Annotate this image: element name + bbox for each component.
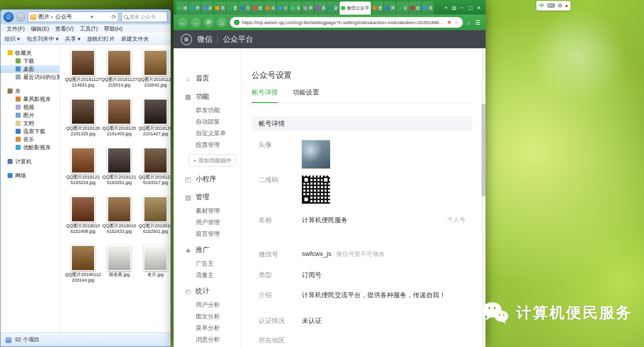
browser-tab[interactable]: 视频 (422, 2, 434, 15)
mp-nav-item[interactable]: 用户管理 (174, 217, 241, 228)
file-item[interactable]: QQ图片20190106152501.jpg (137, 196, 171, 245)
sidebar-tree-item[interactable]: 下载 (1, 57, 59, 65)
mp-nav-item[interactable]: ◰ 小程序 (174, 171, 241, 187)
browser-forward-button[interactable]: → (191, 18, 201, 28)
mp-nav-item[interactable]: 菜单分析 (174, 322, 241, 334)
sidebar-tree-item[interactable]: 计算机 (1, 157, 59, 165)
minimize-button[interactable]: ─ (460, 6, 464, 11)
file-item[interactable]: QQ图片20190106152433.jpg (101, 196, 137, 245)
mp-nav-item[interactable]: 素材管理 (174, 205, 241, 217)
browser-tab[interactable]: 图片 (371, 2, 383, 15)
address-dropdown-icon[interactable]: ▾ (91, 14, 94, 20)
menu-item[interactable]: 编辑(E) (28, 25, 52, 33)
browser-tab[interactable]: 论坛 (277, 2, 289, 15)
forward-button[interactable]: → (16, 13, 25, 22)
mp-nav-item[interactable]: ◈ 推广 (174, 242, 241, 258)
file-item[interactable]: 名片.jpg (137, 245, 171, 294)
sidebar-tree-item[interactable]: 视频 (1, 103, 59, 111)
toolbar-icon[interactable]: ☰ (474, 19, 481, 26)
sidebar-tree-item[interactable]: 桌面 (1, 65, 59, 73)
mp-nav-item[interactable]: ▤ 管理 (174, 189, 241, 205)
file-item[interactable]: QQ图片20181127215014.jpg (101, 50, 137, 99)
sidebar-tree-item[interactable]: 优酷影视库 (1, 143, 59, 151)
mp-nav-item[interactable]: 投票管理 (174, 139, 241, 151)
browser-tab[interactable]: 网页 (302, 2, 314, 15)
mp-nav-item[interactable]: 留言管理 (174, 228, 241, 240)
browser-back-button[interactable]: ← (178, 18, 188, 28)
search-input[interactable] (129, 14, 165, 20)
file-item[interactable]: QQ图片20181215193317.jpg (137, 147, 171, 196)
ime-icon[interactable]: ⚙ (557, 3, 562, 9)
maximize-button[interactable]: ▢ (468, 6, 472, 11)
command-bar-item[interactable]: 包含到库中 ▾ (27, 35, 59, 43)
browser-tab[interactable]: 图片 (226, 2, 238, 15)
scrollbar-thumb[interactable] (481, 104, 486, 197)
security-badge-icon[interactable]: ❖ (447, 20, 451, 25)
command-bar-item[interactable]: 新建文件夹 (121, 35, 149, 43)
file-item[interactable]: QQ图片20181127215042.jpg (137, 50, 171, 99)
browser-tab[interactable]: 视频 (214, 2, 226, 15)
ime-icon[interactable]: ⌨ (547, 3, 555, 9)
file-item[interactable]: QQ图片20181215193224.jpg (65, 147, 101, 196)
mp-nav-item[interactable]: 自动回复 (174, 116, 241, 128)
mp-nav-item[interactable]: 图文分析 (174, 311, 241, 322)
file-item[interactable]: QQ图片20190112203144.jpg (65, 245, 101, 294)
file-item[interactable]: QQ图片20181127214931.jpg (65, 50, 101, 99)
browser-tab[interactable]: 邮箱 (409, 2, 421, 15)
sidebar-tree-item[interactable]: 暴风影视库 (1, 95, 59, 103)
mp-nav-item[interactable]: 自定义菜单 (174, 128, 241, 139)
mp-nav-item[interactable]: 广告主 (174, 258, 241, 270)
browser-tab[interactable]: 商城 (264, 2, 276, 15)
tab-account-details[interactable]: 帐号详情 (252, 88, 278, 103)
mp-nav-item[interactable]: ▦ 功能 (174, 89, 241, 105)
bookmark-star-icon[interactable]: ☆ (454, 19, 459, 26)
file-item[interactable]: 报名表.jpg (101, 245, 137, 294)
mp-nav-item[interactable]: 用户分析 (174, 299, 241, 311)
sidebar-tree-item[interactable]: 音乐 (1, 135, 59, 143)
sidebar-tree-item[interactable]: 迅雷下载 (1, 127, 59, 135)
command-bar-item[interactable]: 共享 ▾ (65, 35, 80, 43)
address-breadcrumb-bar[interactable]: 图片 ▸ 公众号 ▾ ⟳ (28, 12, 119, 22)
mp-nav-item[interactable]: 群发功能 (174, 105, 241, 116)
file-item[interactable]: QQ图片20181202101403.jpg (101, 99, 137, 147)
sidebar-tree-item[interactable]: 最近访问的位置 (1, 73, 59, 81)
browser-tab[interactable]: 微信 (176, 2, 188, 15)
close-button[interactable]: ✕ (477, 6, 481, 11)
browser-tab[interactable]: 邮箱 (252, 2, 264, 15)
sidebar-tree-item[interactable]: 图片 (1, 111, 59, 119)
sidebar-tree-item[interactable]: 库 (1, 87, 59, 95)
command-bar-item[interactable]: 组织 ▾ (5, 35, 20, 43)
menu-item[interactable]: 查看(V) (52, 25, 77, 33)
browser-tab[interactable]: 论坛 (396, 2, 409, 15)
browser-tab[interactable]: 微信公众平台 (340, 2, 371, 15)
file-item[interactable]: QQ图片20181202101427.jpg (137, 99, 171, 147)
tab-function-settings[interactable]: 功能设置 (293, 88, 319, 103)
browser-tab[interactable]: 音乐 (289, 2, 301, 15)
toolbar-icon[interactable]: ↓ (466, 19, 471, 26)
browser-tab[interactable]: 视频 (314, 2, 327, 15)
url-text[interactable]: https://mp.weixin.qq.com/cgi-bin/setting… (242, 20, 444, 25)
menu-item[interactable]: 工具(T) (76, 25, 101, 33)
new-tab-button[interactable]: + (445, 6, 448, 11)
breadcrumb-root[interactable]: 图片 (38, 13, 49, 21)
browser-home-button[interactable]: ⌂ (217, 18, 227, 28)
browser-refresh-button[interactable]: ⟳ (204, 18, 214, 28)
browser-tab[interactable]: 新闻 (327, 2, 339, 15)
mp-nav-item[interactable]: 流量主 (174, 270, 241, 281)
ime-icon[interactable]: 中 (539, 3, 544, 9)
browser-tab[interactable]: 新闻 (201, 2, 213, 15)
mp-nav-item[interactable]: 消息分析 (174, 334, 241, 345)
browser-tab[interactable]: 百度 (239, 2, 251, 15)
sidebar-tree-item[interactable]: 网络 (1, 171, 59, 180)
menu-item[interactable]: 帮助(H) (101, 25, 125, 33)
explorer-search-box[interactable] (121, 12, 168, 22)
browser-address-bar[interactable]: ✓ https://mp.weixin.qq.com/cgi-bin/setti… (230, 17, 463, 28)
file-item[interactable]: QQ图片20181215193251.jpg (101, 147, 137, 196)
sidebar-tree-item[interactable]: 文档 (1, 119, 59, 127)
breadcrumb-current[interactable]: 公众号 (55, 13, 72, 21)
tab-list-icon[interactable]: ▤ (452, 6, 456, 11)
menu-item[interactable]: 文件(F) (4, 25, 28, 33)
refresh-icon[interactable]: ⟳ (112, 14, 116, 20)
command-bar-item[interactable]: 放映幻灯片 (87, 35, 115, 43)
file-item[interactable]: QQ图片20190106152408.jpg (65, 196, 101, 245)
